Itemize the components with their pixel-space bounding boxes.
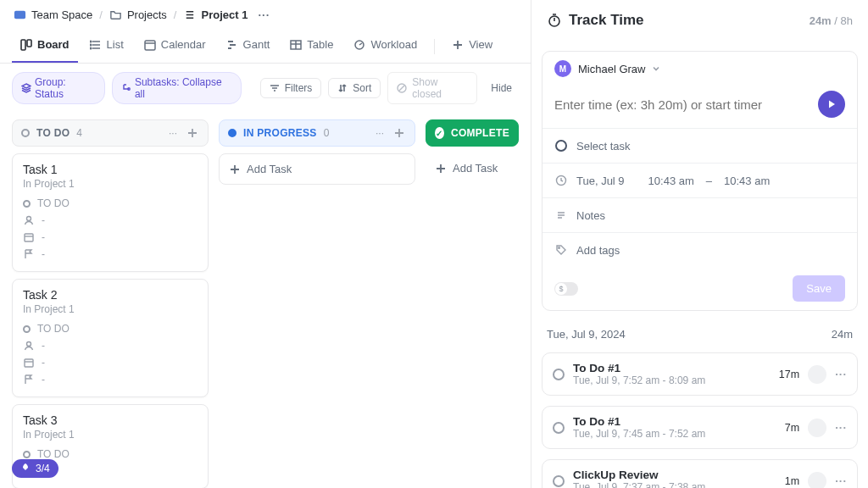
track-from: 10:43 am xyxy=(648,175,694,187)
notes-row[interactable]: Notes xyxy=(542,197,857,232)
select-task-row[interactable]: Select task xyxy=(542,128,857,163)
tag-icon xyxy=(554,243,568,257)
add-task-complete[interactable]: Add Task xyxy=(426,153,519,183)
log-when: Tue, Jul 9, 7:45 am - 7:52 am xyxy=(573,428,776,440)
track-to: 10:43 am xyxy=(724,175,770,187)
column-todo: TO DO 4 ··· Task 1 In Project 1 TO DO - … xyxy=(12,119,209,476)
filter-icon xyxy=(270,83,280,93)
calendar-icon xyxy=(23,231,35,243)
crumb-sep: / xyxy=(99,8,103,21)
add-view[interactable]: View xyxy=(443,30,501,63)
billable-toggle[interactable] xyxy=(554,282,578,296)
task-assignee-row[interactable]: - xyxy=(23,212,198,229)
subtasks-pill[interactable]: Subtasks: Collapse all xyxy=(112,72,242,104)
hide-button[interactable]: Hide xyxy=(484,79,519,97)
time-range-row[interactable]: Tue, Jul 9 10:43 am – 10:43 am xyxy=(542,163,857,197)
svg-rect-12 xyxy=(25,234,33,241)
sort-icon xyxy=(337,83,348,93)
start-timer-button[interactable] xyxy=(818,91,845,118)
status-dot-icon xyxy=(23,200,31,208)
quick-badge[interactable]: 3/4 xyxy=(12,459,58,478)
check-icon: ✓ xyxy=(435,127,444,139)
crumb-more-icon[interactable]: ··· xyxy=(254,8,273,21)
task-date-row[interactable]: - xyxy=(23,354,198,371)
notes-label: Notes xyxy=(576,209,605,222)
track-sep: – xyxy=(703,175,715,187)
task-priority-row[interactable]: - xyxy=(23,246,198,263)
task-subtitle: In Project 1 xyxy=(23,429,198,441)
workload-icon xyxy=(353,39,365,51)
time-log-item[interactable]: To Do #1Tue, Jul 9, 7:45 am - 7:52 am 7m… xyxy=(542,406,858,449)
column-more-icon[interactable]: ··· xyxy=(374,127,386,139)
user-icon xyxy=(23,340,35,352)
task-status-row[interactable]: TO DO xyxy=(23,320,198,337)
plus-icon xyxy=(452,39,464,51)
crumb-project[interactable]: Project 1 xyxy=(183,8,248,21)
task-card[interactable]: Task 1 In Project 1 TO DO - - - xyxy=(12,153,209,272)
show-closed-chip[interactable]: Show closed xyxy=(387,72,477,104)
team-icon xyxy=(14,8,26,21)
task-card[interactable]: Task 2 In Project 1 TO DO - - - xyxy=(12,279,209,397)
time-log-item[interactable]: ClickUp ReviewTue, Jul 9, 7:37 am - 7:38… xyxy=(542,459,858,488)
task-status-row[interactable]: TO DO xyxy=(23,195,198,212)
view-table[interactable]: Table xyxy=(281,30,342,63)
view-board[interactable]: Board xyxy=(12,30,78,63)
log-duration: 17m xyxy=(779,369,799,380)
flag-icon xyxy=(23,248,35,260)
log-name: ClickUp Review xyxy=(573,469,776,481)
group-pill[interactable]: Group: Status xyxy=(12,72,105,104)
log-avatar xyxy=(808,419,826,437)
log-avatar xyxy=(808,472,826,489)
add-task-inprogress[interactable]: Add Task xyxy=(219,153,415,185)
views-tabs: Board List Calendar Gantt Table Workload xyxy=(0,30,531,64)
log-total: 24m xyxy=(832,328,853,341)
status-dot-icon xyxy=(23,325,31,333)
clock-icon xyxy=(554,174,568,187)
log-more-icon[interactable]: ··· xyxy=(835,474,847,487)
time-log-item[interactable]: To Do #1Tue, Jul 9, 7:52 am - 8:09 am 17… xyxy=(542,352,858,396)
crumb-space[interactable]: Team Space xyxy=(14,8,92,21)
log-when: Tue, Jul 9, 7:52 am - 8:09 am xyxy=(573,374,771,386)
breadcrumb: Team Space / Projects / Project 1 ··· xyxy=(0,0,531,30)
log-date: Tue, Jul 9, 2024 xyxy=(547,328,626,341)
log-more-icon[interactable]: ··· xyxy=(835,368,847,380)
column-header-inprogress[interactable]: IN PROGRESS 0 ··· xyxy=(219,119,415,147)
notes-icon xyxy=(554,208,568,222)
filters-chip[interactable]: Filters xyxy=(260,78,322,98)
column-header-todo[interactable]: TO DO 4 ··· xyxy=(12,119,209,147)
track-user[interactable]: M Michael Graw xyxy=(542,52,857,86)
svg-point-18 xyxy=(559,247,560,249)
log-name: To Do #1 xyxy=(573,362,771,374)
task-assignee-row[interactable]: - xyxy=(23,337,198,354)
view-calendar[interactable]: Calendar xyxy=(136,30,214,63)
status-dot-icon xyxy=(23,451,31,458)
log-date-header: Tue, Jul 9, 2024 24m xyxy=(531,321,868,347)
log-more-icon[interactable]: ··· xyxy=(835,421,847,434)
svg-point-11 xyxy=(27,217,31,221)
column-complete: ✓ COMPLETE Add Task xyxy=(426,119,519,476)
time-entry-input[interactable] xyxy=(554,97,810,112)
board-icon xyxy=(20,39,32,51)
list-icon xyxy=(183,8,196,21)
crumb-folder[interactable]: Projects xyxy=(109,8,167,21)
svg-rect-1 xyxy=(21,40,25,50)
column-inprogress-name: IN PROGRESS xyxy=(243,127,317,139)
column-more-icon[interactable]: ··· xyxy=(167,127,179,139)
gantt-icon xyxy=(226,39,238,51)
column-add-icon[interactable] xyxy=(392,128,406,138)
tags-row[interactable]: Add tags xyxy=(542,232,857,267)
column-add-icon[interactable] xyxy=(186,128,199,138)
plus-icon xyxy=(230,164,240,175)
task-priority-row[interactable]: - xyxy=(23,371,198,388)
filters-chip-label: Filters xyxy=(285,82,313,94)
svg-rect-2 xyxy=(27,40,31,47)
task-date-row[interactable]: - xyxy=(23,229,198,246)
view-table-label: Table xyxy=(307,38,333,51)
sort-chip[interactable]: Sort xyxy=(328,78,381,98)
column-header-complete[interactable]: ✓ COMPLETE xyxy=(426,119,519,147)
save-button[interactable]: Save xyxy=(793,275,845,302)
view-workload[interactable]: Workload xyxy=(345,30,426,63)
view-list[interactable]: List xyxy=(81,30,132,63)
disabled-icon xyxy=(397,83,407,93)
view-gantt[interactable]: Gantt xyxy=(218,30,279,63)
